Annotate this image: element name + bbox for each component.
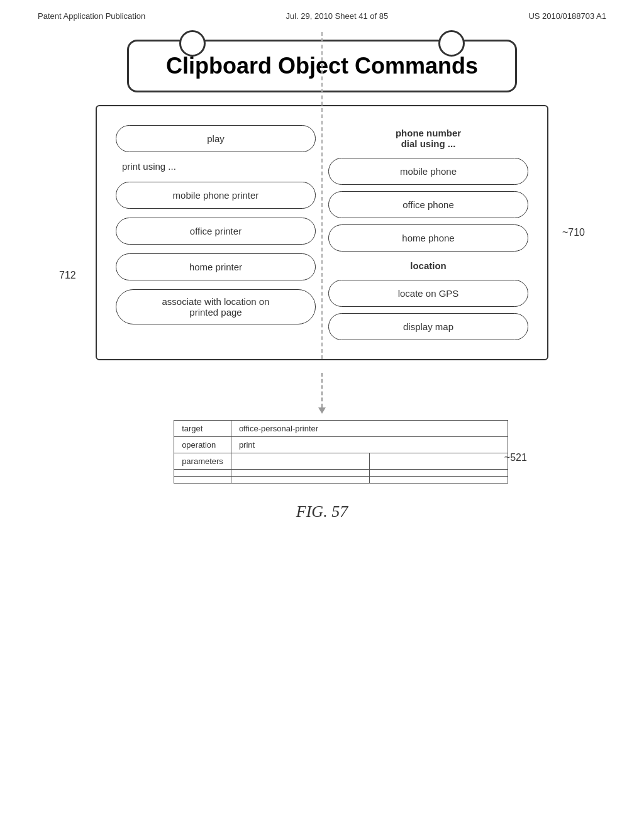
table-row-parameters: parameters: [174, 453, 508, 470]
office-phone-button[interactable]: office phone: [328, 191, 528, 218]
outer-panel: ~710 712 play print using ... mobile pho…: [96, 105, 548, 360]
table-row-extra2: [174, 477, 508, 484]
target-value: office-personal-printer: [231, 421, 508, 437]
main-content: Clipboard Object Commands ~710 712 play …: [0, 21, 644, 521]
page-header: Patent Application Publication Jul. 29, …: [0, 0, 644, 21]
associate-location-button[interactable]: associate with location on printed page: [116, 289, 316, 324]
left-column: play print using ... mobile phone printe…: [116, 125, 316, 324]
parameters-table: target office-personal-printer operation…: [174, 420, 508, 484]
header-left: Patent Application Publication: [38, 11, 145, 21]
home-phone-button[interactable]: home phone: [328, 224, 528, 252]
header-right: US 2010/0188703 A1: [528, 11, 606, 21]
dashed-line-extension: [318, 373, 326, 414]
mobile-phone-printer-button[interactable]: mobile phone printer: [116, 182, 316, 209]
mobile-phone-button[interactable]: mobile phone: [328, 158, 528, 185]
header-middle: Jul. 29, 2010 Sheet 41 of 85: [286, 11, 389, 21]
display-map-button[interactable]: display map: [328, 313, 528, 340]
phone-number-label: phone number dial using ...: [328, 125, 528, 152]
right-column: phone number dial using ... mobile phone…: [328, 125, 528, 340]
parameters-value2: [369, 453, 508, 470]
home-printer-button[interactable]: home printer: [116, 253, 316, 280]
office-printer-button[interactable]: office printer: [116, 218, 316, 245]
table-row-extra1: [174, 470, 508, 477]
table-row-target: target office-personal-printer: [174, 421, 508, 437]
operation-label: operation: [174, 437, 231, 453]
play-button[interactable]: play: [116, 125, 316, 152]
ref-521-label: ~521: [504, 452, 527, 463]
figure-label: FIG. 57: [296, 502, 348, 521]
locate-gps-button[interactable]: locate on GPS: [328, 280, 528, 307]
parameters-label: parameters: [174, 453, 231, 470]
parameters-value1: [231, 453, 369, 470]
operation-value: print: [231, 437, 508, 453]
bottom-table-wrapper: target office-personal-printer operation…: [136, 420, 508, 484]
ref-712-label: 712: [59, 270, 76, 281]
ref-710-label: ~710: [562, 227, 585, 238]
location-label: location: [328, 258, 528, 274]
table-row-operation: operation print: [174, 437, 508, 453]
print-using-label: print using ...: [116, 161, 316, 172]
target-label: target: [174, 421, 231, 437]
